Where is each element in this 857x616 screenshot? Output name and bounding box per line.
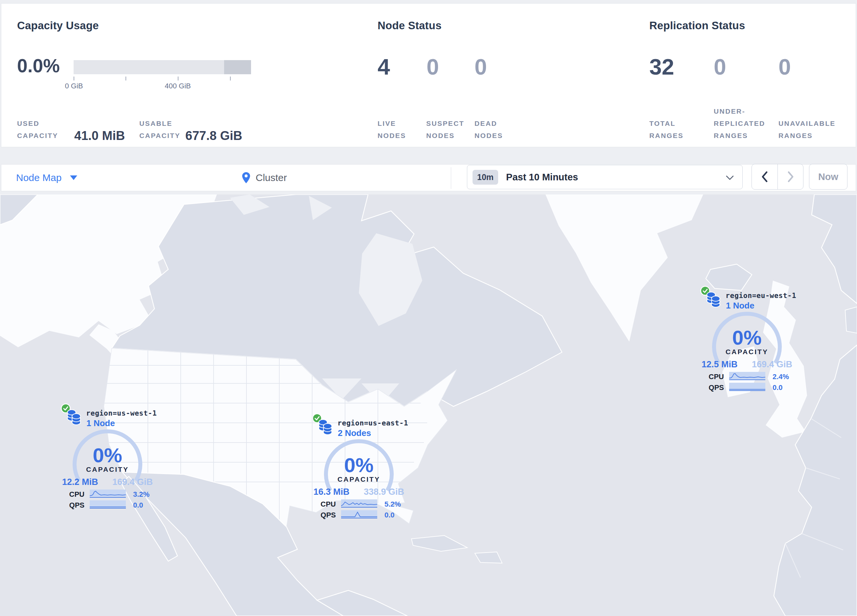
now-button[interactable]: Now xyxy=(809,164,848,190)
cpu-label: CPU xyxy=(58,490,84,499)
region-used-capacity: 16.3 MiB xyxy=(314,487,350,497)
axis-tick-label-400: 400 GiB xyxy=(158,82,198,90)
view-selector[interactable]: Node Map xyxy=(16,165,77,191)
region-total-capacity: 169.4 GiB xyxy=(112,477,153,487)
database-icon xyxy=(67,409,81,425)
cpu-sparkline xyxy=(90,489,126,498)
capacity-usage-title: Capacity Usage xyxy=(17,19,99,32)
suspect-nodes-label: SUSPECT NODES xyxy=(426,117,467,142)
total-ranges-label: TOTAL RANGES xyxy=(649,117,689,142)
time-range-badge: 10m xyxy=(473,170,498,185)
live-nodes-label: LIVE NODES xyxy=(377,117,414,142)
capacity-gauge-label: CAPACITY xyxy=(698,348,796,356)
capacity-gauge-percent: 0% xyxy=(309,453,408,477)
axis-tick xyxy=(230,77,230,80)
capacity-gauge-label: CAPACITY xyxy=(58,466,157,473)
toolbar-divider xyxy=(451,167,451,189)
breadcrumb-label: Cluster xyxy=(256,172,287,183)
capacity-percent: 0.0% xyxy=(17,55,60,77)
region-label: region=us-west-1 xyxy=(86,409,157,417)
time-range-value: Past 10 Minutes xyxy=(506,172,578,183)
replication-status-title: Replication Status xyxy=(649,19,745,32)
node-map[interactable]: region=us-west-1 1 Node 0% CAPACITY 12.2… xyxy=(0,195,857,616)
region-label: region=us-east-1 xyxy=(337,419,408,427)
database-icon xyxy=(318,419,333,435)
region-used-capacity: 12.2 MiB xyxy=(62,477,98,487)
time-range-arrows xyxy=(752,164,803,190)
dead-nodes-count: 0 xyxy=(475,56,487,78)
region-used-capacity: 12.5 MiB xyxy=(702,360,738,370)
used-capacity-value: 41.0 MiB xyxy=(74,129,125,143)
cluster-summary-bar: Capacity Usage 0.0% 0 GiB 400 GiB USED C… xyxy=(1,3,856,147)
qps-value: 0.0 xyxy=(773,383,783,392)
cockroachdb-cluster-overview: { "summary": { "capacity": { "title": "C… xyxy=(0,0,857,616)
under-replicated-ranges-count: 0 xyxy=(714,56,726,78)
map-toolbar: Node Map Cluster 10m Past 10 Minutes Now xyxy=(1,164,856,191)
live-nodes-count: 4 xyxy=(377,56,390,78)
qps-sparkline xyxy=(729,383,765,391)
suspect-nodes-count: 0 xyxy=(427,56,439,78)
qps-sparkline xyxy=(341,510,377,519)
cpu-sparkline xyxy=(729,372,765,380)
region-node-count: 2 Nodes xyxy=(338,428,371,438)
unavailable-ranges-count: 0 xyxy=(778,56,791,78)
map-pin-icon xyxy=(242,172,250,184)
next-range-button[interactable] xyxy=(778,164,803,189)
cpu-value: 3.2% xyxy=(133,490,150,499)
region-total-capacity: 338.9 GiB xyxy=(364,487,404,497)
qps-sparkline xyxy=(90,500,126,509)
caret-down-icon xyxy=(70,176,77,180)
axis-tick xyxy=(125,77,126,80)
cpu-label: CPU xyxy=(698,372,724,381)
now-button-label: Now xyxy=(818,171,838,182)
prev-range-button[interactable] xyxy=(752,164,778,189)
total-ranges-count: 32 xyxy=(649,56,674,78)
capacity-bar xyxy=(74,60,251,74)
region-total-capacity: 169.4 GiB xyxy=(752,360,792,370)
used-capacity-label: USED CAPACITY xyxy=(17,117,62,142)
cpu-label: CPU xyxy=(309,500,336,509)
usable-capacity-value: 677.8 GiB xyxy=(185,129,242,143)
qps-value: 0.0 xyxy=(133,501,143,509)
region-marker-us-west-1[interactable]: region=us-west-1 1 Node 0% CAPACITY 12.2… xyxy=(58,403,157,514)
region-node-count: 1 Node xyxy=(87,418,115,428)
cpu-value: 5.2% xyxy=(384,500,401,509)
capacity-gauge-percent: 0% xyxy=(698,326,796,349)
qps-value: 0.0 xyxy=(384,511,394,519)
qps-label: QPS xyxy=(309,511,336,519)
node-status-title: Node Status xyxy=(377,19,442,32)
region-marker-eu-west-1[interactable]: region=eu-west-1 1 Node 0% CAPACITY 12.5… xyxy=(698,286,796,396)
unavailable-ranges-label: UNAVAILABLE RANGES xyxy=(778,117,838,142)
view-selector-label: Node Map xyxy=(16,172,62,183)
cpu-value: 2.4% xyxy=(773,372,789,381)
breadcrumb[interactable]: Cluster xyxy=(242,165,287,191)
chevron-down-icon xyxy=(726,176,734,180)
axis-tick xyxy=(178,77,178,80)
region-label: region=eu-west-1 xyxy=(726,292,796,300)
chevron-left-icon xyxy=(761,171,768,182)
database-icon xyxy=(706,292,721,308)
chevron-right-icon xyxy=(787,171,794,182)
region-marker-us-east-1[interactable]: region=us-east-1 2 Nodes 0% CAPACITY 16.… xyxy=(309,413,408,523)
cpu-sparkline xyxy=(341,499,377,508)
usable-capacity-label: USABLE CAPACITY xyxy=(139,117,185,142)
qps-label: QPS xyxy=(698,383,724,392)
axis-tick xyxy=(74,77,74,80)
axis-tick-label-0: 0 GiB xyxy=(54,82,94,90)
dead-nodes-label: DEAD NODES xyxy=(475,117,510,142)
region-node-count: 1 Node xyxy=(726,301,755,311)
qps-label: QPS xyxy=(58,501,84,509)
under-replicated-ranges-label: UNDER-REPLICATED RANGES xyxy=(714,105,773,142)
capacity-gauge-label: CAPACITY xyxy=(309,476,408,483)
capacity-gauge-percent: 0% xyxy=(58,443,157,467)
time-range-dropdown[interactable]: 10m Past 10 Minutes xyxy=(467,165,743,189)
capacity-bar-reserved-segment xyxy=(224,60,251,74)
